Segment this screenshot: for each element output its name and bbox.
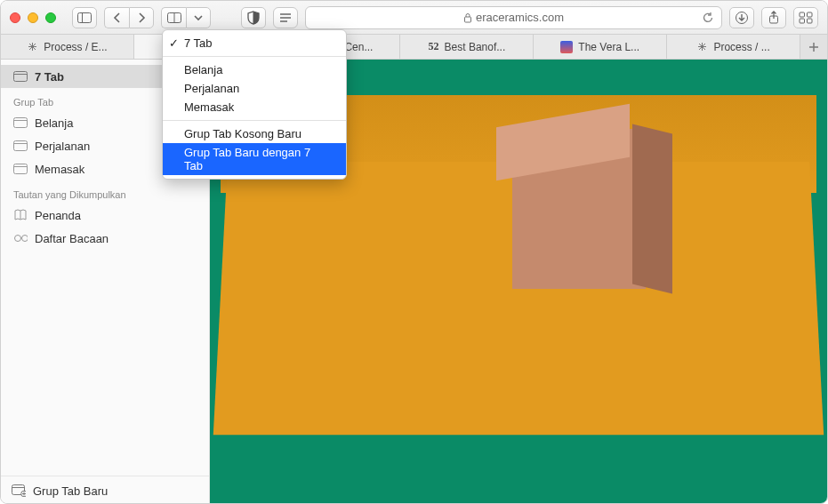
svg-rect-7: [465, 17, 471, 22]
sidebar-bookmarks[interactable]: Penanda: [1, 204, 209, 227]
new-tab-button[interactable]: [800, 35, 827, 59]
dropdown-item-new-with-tabs[interactable]: Grup Tab Baru dengan 7 Tab: [163, 143, 346, 175]
forward-button[interactable]: [129, 7, 154, 28]
address-bar-wrap: eraceramics.com: [273, 6, 722, 29]
svg-rect-0: [78, 12, 92, 22]
window-icon: [13, 162, 28, 176]
content-decor: [512, 129, 646, 289]
chevron-right-icon: [137, 12, 146, 23]
dropdown-separator: [163, 120, 346, 121]
svg-rect-12: [800, 19, 805, 23]
sidebar-footer-label: Grup Tab Baru: [33, 484, 108, 498]
shield-icon: [247, 11, 260, 25]
dropdown-item-group[interactable]: Belanja: [163, 60, 346, 79]
lock-icon: [463, 12, 472, 23]
sidebar-reading-list[interactable]: Daftar Bacaan: [1, 227, 209, 250]
svg-rect-14: [14, 72, 28, 82]
sidebar-item-label: Memasak: [35, 163, 84, 176]
tab-item[interactable]: Process / ...: [667, 35, 800, 59]
glasses-icon: [13, 231, 28, 245]
privacy-report-button[interactable]: [241, 7, 266, 28]
dropdown-separator: [163, 56, 346, 57]
tab-grid-icon: [167, 12, 181, 23]
reader-icon: [279, 12, 292, 23]
tab-item[interactable]: The Vera L...: [534, 35, 667, 59]
reload-button[interactable]: [702, 12, 714, 24]
back-button[interactable]: [104, 7, 129, 28]
svg-rect-11: [808, 12, 813, 17]
download-icon: [735, 11, 749, 25]
share-icon: [768, 11, 780, 25]
tab-label: Best Banof...: [445, 41, 506, 53]
tab-bar: Process / E... TAP — Th... Grand Cen... …: [1, 35, 827, 60]
window-icon: [13, 116, 28, 130]
toolbar-right-group: [729, 7, 818, 28]
chevron-down-icon: [194, 13, 203, 22]
tab-label: Process / E...: [44, 41, 107, 53]
sidebar-item-label: Belanja: [35, 116, 73, 130]
minimize-window-button[interactable]: [28, 12, 38, 23]
share-button[interactable]: [761, 7, 786, 28]
window-icon: [13, 69, 28, 84]
svg-rect-18: [14, 141, 28, 151]
svg-point-22: [15, 236, 21, 242]
book-icon: [13, 208, 28, 222]
svg-rect-10: [800, 12, 805, 17]
sidebar-toggle-button[interactable]: [72, 7, 97, 28]
dropdown-item-new-empty[interactable]: Grup Tab Kosong Baru: [163, 124, 346, 143]
tab-favicon: [560, 41, 573, 53]
tab-overview-button[interactable]: [161, 7, 186, 28]
nav-back-forward: [104, 7, 154, 28]
compass-icon: [27, 41, 38, 52]
tab-item[interactable]: 52 Best Banof...: [400, 35, 534, 59]
tab-favicon: 52: [429, 40, 439, 53]
reader-mode-button[interactable]: [273, 7, 298, 28]
tab-item[interactable]: Process / E...: [1, 35, 134, 59]
compass-icon: [696, 41, 708, 52]
downloads-button[interactable]: [729, 7, 754, 28]
tab-favicon: [27, 41, 38, 52]
plus-icon: [808, 42, 819, 52]
tabs-grid-icon: [799, 12, 813, 24]
address-text: eraceramics.com: [476, 11, 564, 24]
svg-rect-20: [14, 164, 28, 174]
close-window-button[interactable]: [10, 12, 20, 23]
sidebar-item-label: 7 Tab: [35, 70, 64, 84]
svg-point-23: [22, 236, 28, 242]
show-all-tabs-button[interactable]: [793, 7, 818, 28]
sidebar-item-label: Perjalanan: [35, 140, 90, 153]
window-icon: [13, 139, 28, 153]
chevron-left-icon: [113, 12, 122, 23]
window-controls: [10, 12, 56, 23]
reload-icon: [702, 12, 714, 24]
address-bar[interactable]: eraceramics.com: [305, 6, 722, 29]
zoom-window-button[interactable]: [45, 12, 56, 23]
sidebar-section-header: Tautan yang Dikumpulkan: [1, 180, 209, 204]
sidebar-item-label: Penanda: [35, 209, 81, 222]
main-split: 7 Tab Grup Tab Belanja Perjalanan Memasa…: [1, 60, 827, 504]
tab-group-dropdown-menu: 7 Tab Belanja Perjalanan Memasak Grup Ta…: [162, 29, 347, 180]
tab-favicon: [696, 41, 708, 52]
sidebar-icon: [77, 12, 92, 23]
tab-label: The Vera L...: [578, 41, 639, 53]
svg-rect-13: [808, 19, 813, 23]
dropdown-item-group[interactable]: Perjalanan: [163, 79, 346, 98]
tab-group-dropdown-button[interactable]: [186, 7, 211, 28]
sidebar-new-group-button[interactable]: Grup Tab Baru: [1, 476, 209, 504]
dropdown-item-current[interactable]: 7 Tab: [163, 34, 346, 52]
new-group-icon: [12, 484, 26, 498]
tab-label: Process / ...: [713, 41, 769, 53]
dropdown-item-group[interactable]: Memasak: [163, 98, 346, 116]
window-toolbar: eraceramics.com: [1, 1, 827, 35]
svg-rect-16: [14, 118, 28, 128]
tab-group-picker: [161, 7, 211, 28]
sidebar-item-label: Daftar Bacaan: [35, 232, 109, 245]
